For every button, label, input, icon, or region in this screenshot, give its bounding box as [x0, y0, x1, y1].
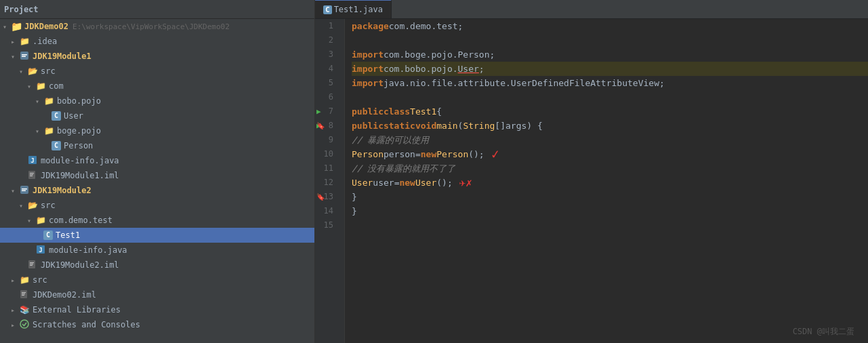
line-num-7: ▶7 — [315, 104, 339, 119]
tree-item-scratches[interactable]: Scratches and Consoles — [0, 317, 314, 332]
token: com.demo.test; — [389, 19, 463, 33]
editor-tab-test1[interactable]: C Test1.java — [315, 0, 392, 18]
tree-label-jdk19module1iml: JDK19Module1.iml — [41, 171, 119, 180]
token: = — [394, 176, 400, 190]
line-num-1: 1 — [315, 19, 339, 33]
editor-tabs[interactable]: C Test1.java — [315, 0, 868, 19]
token: com.bobo.pojo. — [384, 62, 458, 76]
tree-item-moduleinfo2java[interactable]: Jmodule-info.java — [0, 243, 314, 258]
iml-icon — [27, 260, 38, 270]
token: { — [436, 104, 442, 119]
iml-icon — [19, 289, 30, 300]
line-num-6: 6 — [315, 90, 339, 104]
token: // 没有暴露的就用不了了 — [352, 161, 455, 176]
svg-rect-2 — [22, 56, 26, 58]
class-icon: C — [51, 141, 61, 150]
class-icon: C — [43, 230, 53, 240]
line-numbers: 123456▶7▶🔖89101112🔖131415 — [315, 19, 345, 343]
svg-text:J: J — [30, 157, 34, 164]
line-num-15: 15 — [315, 218, 339, 233]
tree-item-jdk19module2[interactable]: JDK19Module2 — [0, 183, 314, 198]
code-editor: C Test1.java 123456▶7▶🔖89101112🔖131415 p… — [315, 0, 868, 343]
svg-point-22 — [20, 320, 28, 328]
folder-icon: 📁 — [35, 215, 46, 226]
svg-rect-11 — [22, 190, 26, 192]
svg-rect-10 — [22, 188, 27, 190]
svg-rect-0 — [20, 52, 28, 60]
token: (); — [468, 147, 484, 161]
tree-label-jdk19module2: JDK19Module2 — [33, 186, 91, 195]
token: args — [505, 119, 526, 133]
line-num-11: 11 — [315, 161, 339, 176]
token: } — [352, 204, 357, 218]
src-folder-icon: 📂 — [27, 66, 38, 77]
token: main — [436, 119, 457, 133]
run-button-line-7[interactable]: ▶ — [316, 104, 321, 119]
tree-label-moduleinfo1java: module-info.java — [41, 156, 119, 165]
tree-item-bogepojo[interactable]: 📁boge.pojo — [0, 123, 314, 138]
tree-item-person[interactable]: CPerson — [0, 138, 314, 153]
tree-item-com2[interactable]: 📁com.demo.test — [0, 213, 314, 228]
tree-item-jdkdemo02[interactable]: 📁JDKDemo02E:\workspace\VipWorkSpace\JDKD… — [0, 19, 314, 34]
token: Person — [436, 147, 468, 161]
tree-item-bobopojo[interactable]: 📁bobo.pojo — [0, 94, 314, 108]
token: com.boge.pojo.Person; — [384, 47, 495, 62]
tree-label-src3: src — [33, 275, 47, 285]
java-icon: J — [35, 245, 46, 256]
line-num-13: 🔖13 — [315, 190, 339, 204]
tree-item-user[interactable]: CUser — [0, 108, 314, 123]
token: (); — [436, 176, 452, 190]
tree-label-user: User — [64, 111, 83, 121]
token: // 暴露的可以使用 — [352, 133, 429, 147]
svg-rect-6 — [30, 173, 34, 174]
token: ) { — [526, 119, 542, 133]
tree-item-src3[interactable]: 📁src — [0, 273, 314, 287]
iml-icon — [27, 170, 38, 181]
token: import — [352, 76, 384, 90]
library-icon: 📚 — [19, 304, 30, 315]
svg-rect-9 — [20, 186, 28, 194]
tree-label-bobopojo: bobo.pojo — [57, 96, 101, 106]
token: ; — [479, 62, 484, 76]
tree-item-src2[interactable]: 📂src — [0, 198, 314, 213]
tree-label-test1: Test1 — [56, 230, 80, 240]
tree-label-jdkdemo02iml: JDKDemo02.iml — [33, 290, 96, 300]
line-num-2: 2 — [315, 33, 339, 47]
code-area[interactable]: package com.demo.test;import com.boge.po… — [345, 19, 868, 343]
token: user — [373, 176, 394, 190]
token: new — [399, 176, 415, 190]
token: public — [352, 119, 384, 133]
tree-label-src1: src — [41, 66, 56, 76]
project-sidebar[interactable]: Project 📁JDKDemo02E:\workspace\VipWorkSp… — [0, 0, 315, 343]
token: import — [352, 47, 384, 62]
svg-rect-17 — [30, 265, 33, 266]
folder-icon: 📁 — [19, 275, 30, 285]
class-icon: C — [51, 111, 61, 121]
tree-item-com1[interactable]: 📁com — [0, 79, 314, 94]
src-folder-icon: 📂 — [27, 200, 38, 211]
tree-label-person: Person — [64, 141, 93, 150]
tree-item-jdk19module2iml[interactable]: JDK19Module2.iml — [0, 258, 314, 273]
tree-item-extlibs[interactable]: 📚External Libraries — [0, 302, 314, 317]
watermark: CSDN @叫我二蛋 — [793, 326, 854, 338]
tree-item-idea[interactable]: 📁.idea — [0, 34, 314, 49]
file-tree: 📁JDKDemo02E:\workspace\VipWorkSpace\JDKD… — [0, 19, 314, 332]
tree-item-jdk19module1iml[interactable]: JDK19Module1.iml — [0, 168, 314, 183]
code-line-5: import java.nio.file.attribute.UserDefin… — [352, 76, 868, 90]
tree-item-src1[interactable]: 📂src — [0, 64, 314, 79]
folder-icon: 📁 — [35, 81, 46, 92]
sidebar-title-label: Project — [4, 5, 39, 14]
tab-filename: Test1.java — [334, 5, 383, 14]
token: void — [415, 119, 436, 133]
scratches-icon — [19, 319, 30, 330]
token: new — [421, 147, 436, 161]
token: class — [384, 104, 410, 119]
token: person — [384, 147, 415, 161]
svg-rect-15 — [30, 262, 34, 263]
tree-label-idea: .idea — [33, 37, 57, 46]
svg-rect-16 — [30, 264, 33, 264]
tree-item-jdk19module1[interactable]: JDK19Module1 — [0, 49, 314, 64]
tree-item-test1[interactable]: CTest1 — [0, 228, 314, 243]
tree-item-jdkdemo02iml[interactable]: JDKDemo02.iml — [0, 287, 314, 302]
tree-item-moduleinfo1java[interactable]: Jmodule-info.java — [0, 153, 314, 168]
